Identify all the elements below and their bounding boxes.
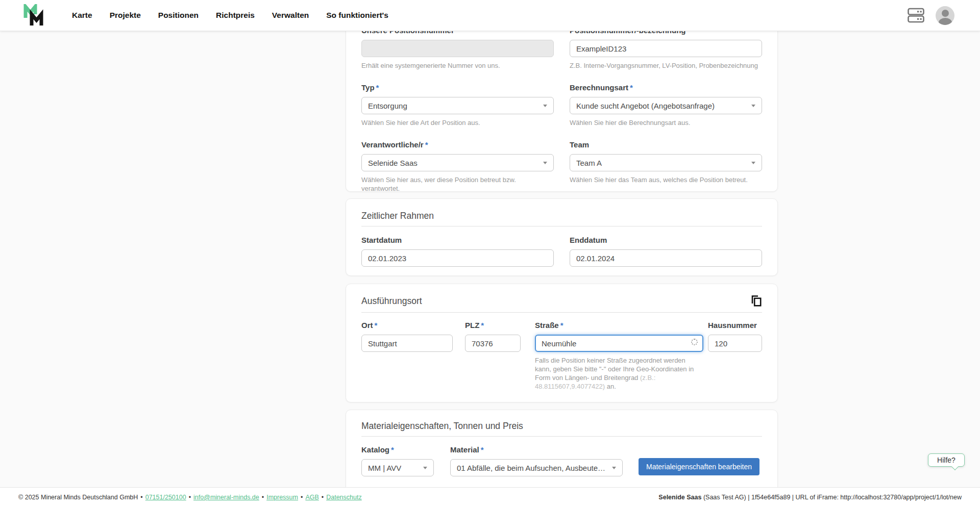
help-button[interactable]: Hilfe? bbox=[928, 453, 965, 467]
material-label: Material bbox=[450, 445, 479, 454]
positionsnummer-input[interactable] bbox=[570, 40, 762, 57]
hausnummer-label: Hausnummer bbox=[708, 321, 757, 329]
verantwortliche-select[interactable]: Selenide Saas bbox=[361, 154, 554, 171]
header-actions bbox=[908, 6, 954, 25]
field-strasse: Straße* Falls die Position keiner Straße… bbox=[535, 321, 703, 391]
verantwortliche-label: Verantwortliche/r bbox=[361, 140, 424, 149]
footer-session-info: Selenide Saas (Saas Test AG) | 1f54e64f5… bbox=[658, 494, 962, 501]
chevron-down-icon bbox=[751, 162, 755, 164]
section-divider bbox=[361, 436, 762, 437]
footer-datenschutz-link[interactable]: Datenschutz bbox=[326, 494, 361, 501]
verantwortliche-helper: Wählen Sie hier aus, wer diese Position … bbox=[361, 175, 554, 193]
required-asterisk: * bbox=[481, 321, 484, 329]
typ-select-value: Entsorgung bbox=[368, 102, 407, 110]
hausnummer-input[interactable] bbox=[708, 335, 762, 352]
strasse-input[interactable] bbox=[535, 335, 703, 352]
field-katalog: Katalog* MM | AVV bbox=[361, 445, 434, 476]
team-select-value: Team A bbox=[576, 159, 602, 167]
app-header: Karte Projekte Positionen Richtpreis Ver… bbox=[0, 0, 980, 31]
field-positionsnummer: Positionsnummer/-bezeichnung Z.B. Intern… bbox=[570, 26, 762, 70]
required-asterisk: * bbox=[375, 321, 378, 329]
nav-item-richtpreis[interactable]: Richtpreis bbox=[216, 11, 255, 20]
section-title-material: Materialeigenschaften, Tonnen und Preis bbox=[361, 420, 762, 432]
copy-icon[interactable] bbox=[750, 294, 762, 308]
startdatum-input[interactable] bbox=[361, 249, 554, 267]
footer-phone-link[interactable]: 07151/250100 bbox=[145, 494, 186, 501]
ort-input[interactable] bbox=[361, 335, 453, 352]
katalog-select[interactable]: MM | AVV bbox=[361, 459, 434, 476]
berechnungsart-select[interactable]: Kunde sucht Angebot (Angebotsanfrage) bbox=[570, 97, 762, 114]
section-title-ausfuehrungsort: Ausführungsort bbox=[361, 295, 422, 307]
berechnungsart-select-value: Kunde sucht Angebot (Angebotsanfrage) bbox=[576, 102, 715, 110]
avatar-body bbox=[939, 18, 952, 25]
nav-item-positionen[interactable]: Positionen bbox=[158, 11, 199, 20]
field-plz: PLZ* bbox=[465, 321, 521, 391]
typ-helper: Wählen Sie hier die Art der Position aus… bbox=[361, 118, 554, 127]
verantwortliche-select-value: Selenide Saas bbox=[368, 159, 418, 167]
chevron-down-icon bbox=[543, 105, 547, 107]
section-title-zeitlicher-rahmen: Zeitlicher Rahmen bbox=[361, 210, 762, 221]
berechnungsart-helper: Wählen Sie hier die Berechnungsart aus. bbox=[570, 118, 762, 127]
field-ort: Ort* bbox=[361, 321, 453, 391]
nav-item-projekte[interactable]: Projekte bbox=[110, 11, 141, 20]
field-material: Material* 01 Abfälle, die beim Aufsuchen… bbox=[450, 445, 623, 476]
loading-spinner-icon bbox=[691, 339, 698, 345]
materialeigenschaften-bearbeiten-button[interactable]: Materialeigenschaften bearbeiten bbox=[639, 458, 760, 475]
field-berechnungsart: Berechnungsart* Kunde sucht Angebot (Ang… bbox=[570, 83, 762, 127]
material-select-value: 01 Abfälle, die beim Aufsuchen, Ausbeute… bbox=[457, 464, 608, 472]
avatar-head bbox=[942, 10, 949, 17]
chevron-down-icon bbox=[543, 162, 547, 164]
field-verantwortliche: Verantwortliche/r* Selenide Saas Wählen … bbox=[361, 140, 554, 193]
footer-separator: • bbox=[301, 494, 303, 501]
mm-logo-icon bbox=[23, 4, 46, 27]
plz-input[interactable] bbox=[465, 335, 521, 352]
footer-email-link[interactable]: info@mineral-minds.de bbox=[193, 494, 259, 501]
server-icon-glyph bbox=[908, 8, 924, 23]
berechnungsart-label: Berechnungsart bbox=[570, 83, 628, 92]
required-asterisk: * bbox=[376, 83, 379, 92]
enddatum-input[interactable] bbox=[570, 249, 762, 267]
ort-label: Ort bbox=[361, 321, 373, 329]
section-divider bbox=[361, 226, 762, 226]
team-select[interactable]: Team A bbox=[570, 154, 762, 171]
positionsnummer-helper: Z.B. Interne-Vorgangsnummer, LV-Position… bbox=[570, 61, 762, 70]
field-enddatum: Enddatum bbox=[570, 236, 762, 267]
unsere-positionsnummer-helper: Erhält eine systemgenerierte Nummer von … bbox=[361, 61, 554, 70]
section-divider bbox=[361, 312, 762, 313]
team-helper: Wählen Sie hier das Team aus, welches di… bbox=[570, 175, 762, 184]
typ-label: Typ bbox=[361, 83, 375, 92]
enddatum-label: Enddatum bbox=[570, 236, 607, 244]
required-asterisk: * bbox=[481, 445, 484, 454]
startdatum-label: Startdatum bbox=[361, 236, 402, 244]
footer-user-name: Selenide Saas bbox=[658, 494, 701, 501]
strasse-helper-main: Falls die Position keiner Straße zugeord… bbox=[535, 357, 694, 382]
field-hausnummer: Hausnummer bbox=[708, 321, 762, 391]
typ-select[interactable]: Entsorgung bbox=[361, 97, 554, 114]
required-asterisk: * bbox=[425, 140, 428, 149]
card-materialeigenschaften: Materialeigenschaften, Tonnen und Preis … bbox=[346, 410, 778, 496]
card-ausfuehrungsort: Ausführungsort Ort* PLZ* Straße* bbox=[346, 284, 778, 402]
footer-agb-link[interactable]: AGB bbox=[305, 494, 318, 501]
card-basisdaten: Unsere Positionsnummer Erhält eine syste… bbox=[346, 12, 778, 192]
footer-left: © 2025 Mineral Minds Deutschland GmbH•07… bbox=[18, 494, 362, 501]
footer-impressum-link[interactable]: Impressum bbox=[266, 494, 298, 501]
mineral-minds-logo[interactable] bbox=[23, 4, 46, 27]
user-avatar-icon[interactable] bbox=[936, 6, 954, 25]
material-select[interactable]: 01 Abfälle, die beim Aufsuchen, Ausbeute… bbox=[450, 459, 623, 476]
nav-item-so-funktionierts[interactable]: So funktioniert's bbox=[326, 11, 388, 20]
footer-separator: • bbox=[262, 494, 264, 501]
chevron-down-icon bbox=[612, 467, 616, 469]
field-unsere-positionsnummer: Unsere Positionsnummer Erhält eine syste… bbox=[361, 26, 554, 70]
field-startdatum: Startdatum bbox=[361, 236, 554, 267]
chevron-down-icon bbox=[751, 105, 755, 107]
server-icon[interactable] bbox=[908, 8, 924, 23]
plz-label: PLZ bbox=[465, 321, 479, 329]
footer-separator: • bbox=[322, 494, 324, 501]
field-team: Team Team A Wählen Sie hier das Team aus… bbox=[570, 140, 762, 193]
katalog-label: Katalog bbox=[361, 445, 389, 454]
nav-item-karte[interactable]: Karte bbox=[72, 11, 92, 20]
footer-session-details: (Saas Test AG) | 1f54e64f5a89 | URL of i… bbox=[703, 494, 962, 501]
card-zeitlicher-rahmen: Zeitlicher Rahmen Startdatum Enddatum bbox=[346, 198, 778, 276]
required-asterisk: * bbox=[560, 321, 564, 329]
nav-item-verwalten[interactable]: Verwalten bbox=[272, 11, 309, 20]
